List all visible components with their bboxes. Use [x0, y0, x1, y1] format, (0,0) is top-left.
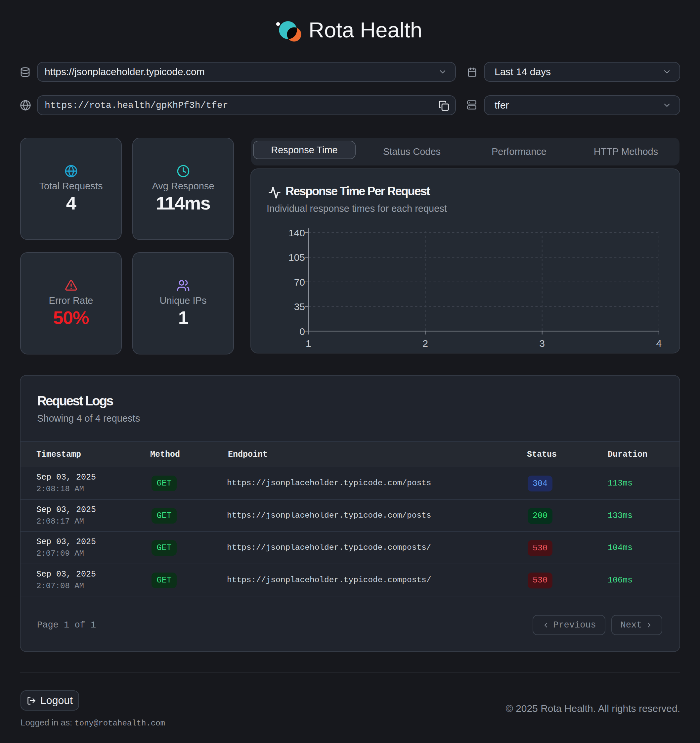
svg-text:1: 1 [306, 338, 311, 349]
svg-text:35: 35 [294, 301, 305, 312]
svg-text:105: 105 [288, 252, 305, 263]
svg-text:140: 140 [288, 227, 305, 238]
svg-text:2: 2 [422, 338, 428, 349]
svg-text:0: 0 [299, 326, 305, 337]
svg-text:3: 3 [539, 338, 545, 349]
svg-text:70: 70 [294, 277, 305, 288]
svg-text:4: 4 [656, 338, 662, 349]
